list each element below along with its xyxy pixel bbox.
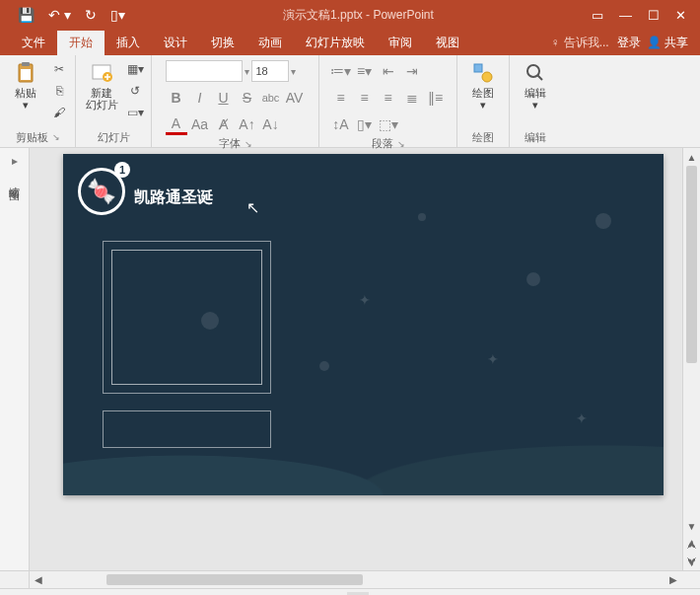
- scroll-up-icon[interactable]: ▲: [683, 148, 700, 166]
- save-icon[interactable]: 💾: [18, 7, 35, 23]
- ribbon-tabs: 文件 开始 插入 设计 切换 动画 幻灯片放映 审阅 视图 ♀告诉我... 登录…: [0, 30, 700, 55]
- underline-icon[interactable]: U: [213, 87, 235, 109]
- svg-rect-2: [21, 69, 31, 80]
- justify-icon[interactable]: ≣: [401, 87, 423, 109]
- shadow-icon[interactable]: abc: [260, 87, 282, 109]
- tab-insert[interactable]: 插入: [105, 31, 152, 55]
- cut-icon[interactable]: ✂: [49, 59, 69, 79]
- slide-title[interactable]: 凯路通圣诞: [134, 187, 213, 208]
- bulb-icon: ♀: [551, 36, 560, 49]
- start-from-beginning-icon[interactable]: ▯▾: [110, 7, 125, 23]
- change-case-icon[interactable]: Aa: [189, 113, 211, 135]
- thumbnails-label: 缩略图: [7, 178, 22, 184]
- slide-badge: 1: [114, 162, 130, 178]
- strike-icon[interactable]: S: [237, 87, 258, 109]
- tab-slideshow[interactable]: 幻灯片放映: [294, 31, 377, 55]
- maximize-icon[interactable]: ☐: [648, 8, 660, 23]
- group-paragraph: ≔▾ ≡▾ ⇤ ⇥ ≡ ≡ ≡ ≣ ‖≡ ↕A ▯▾ ⬚▾ 段落↘: [319, 55, 457, 147]
- indent-inc-icon[interactable]: ⇥: [401, 60, 423, 82]
- group-editing: 编辑▾ 编辑: [510, 55, 561, 147]
- bold-icon[interactable]: B: [166, 87, 187, 109]
- group-clipboard: 粘贴▾ ✂ ⎘ 🖌 剪贴板↘: [0, 55, 76, 147]
- scroll-left-icon[interactable]: ◀: [30, 571, 47, 588]
- share-button[interactable]: 👤 共享: [647, 35, 688, 51]
- text-direction-icon[interactable]: ↕A: [330, 113, 352, 135]
- drawing-button[interactable]: 绘图▾: [463, 59, 503, 112]
- paste-button[interactable]: 粘贴▾: [6, 59, 45, 112]
- paragraph-dialog-icon[interactable]: ↘: [397, 139, 405, 149]
- indent-dec-icon[interactable]: ⇤: [378, 60, 399, 82]
- close-icon[interactable]: ✕: [675, 8, 686, 23]
- italic-icon[interactable]: I: [189, 87, 211, 109]
- scroll-thumb[interactable]: [686, 166, 697, 363]
- ribbon: 粘贴▾ ✂ ⎘ 🖌 剪贴板↘ 新建 幻灯片 ▦▾ ↺ ▭▾ 幻灯片: [0, 55, 700, 148]
- tab-home[interactable]: 开始: [57, 31, 105, 55]
- scroll-down-icon[interactable]: ▼: [683, 517, 700, 535]
- redo-icon[interactable]: ↻: [85, 7, 97, 23]
- cursor-icon: ↖: [246, 198, 259, 217]
- tab-transitions[interactable]: 切换: [199, 31, 246, 55]
- expand-thumbnails-icon[interactable]: ▸: [12, 154, 18, 168]
- slide-canvas[interactable]: ✦ ✦ ✦ 🍬 1 凯路通圣诞 ↖: [63, 154, 664, 495]
- hscroll-thumb[interactable]: [106, 574, 363, 585]
- tell-me[interactable]: ♀告诉我...: [543, 31, 617, 55]
- title-bar: 💾 ↶ ▾ ↻ ▯▾ 演示文稿1.pptx - PowerPoint ▭ — ☐…: [0, 0, 700, 30]
- login-button[interactable]: 登录: [617, 35, 641, 51]
- text-placeholder[interactable]: [103, 410, 271, 448]
- font-name-input[interactable]: [166, 60, 243, 82]
- ribbon-options-icon[interactable]: ▭: [592, 8, 603, 23]
- work-area: ▸ 缩略图 ✦ ✦ ✦ 🍬 1 凯路通圣诞 ↖ ▲ ▼ ⮝ ⮟: [0, 148, 700, 570]
- numbering-icon[interactable]: ≡▾: [354, 60, 376, 82]
- clear-format-icon[interactable]: A̸: [213, 113, 235, 135]
- line-spacing-icon[interactable]: ‖≡: [425, 87, 447, 109]
- vertical-scrollbar[interactable]: ▲ ▼ ⮝ ⮟: [682, 148, 700, 570]
- window-title: 演示文稿1.pptx - PowerPoint: [125, 7, 592, 24]
- group-drawing: 绘图▾ 绘图: [457, 55, 510, 147]
- svg-rect-1: [22, 62, 30, 66]
- align-left-icon[interactable]: ≡: [330, 87, 352, 109]
- reset-icon[interactable]: ↺: [125, 81, 145, 101]
- section-icon[interactable]: ▭▾: [125, 103, 145, 122]
- align-text-icon[interactable]: ▯▾: [354, 113, 376, 135]
- content-placeholder[interactable]: [103, 241, 271, 394]
- clipboard-dialog-icon[interactable]: ↘: [52, 132, 60, 142]
- next-slide-icon[interactable]: ⮟: [683, 553, 700, 570]
- tab-design[interactable]: 设计: [152, 31, 199, 55]
- tab-file[interactable]: 文件: [10, 31, 57, 55]
- new-slide-button[interactable]: 新建 幻灯片: [82, 59, 121, 112]
- layout-icon[interactable]: ▦▾: [125, 59, 145, 79]
- tab-view[interactable]: 视图: [424, 31, 471, 55]
- svg-rect-5: [474, 64, 482, 72]
- copy-icon[interactable]: ⎘: [49, 81, 69, 101]
- horizontal-scrollbar[interactable]: ◀ ▶: [0, 570, 700, 588]
- scroll-right-icon[interactable]: ▶: [665, 571, 682, 588]
- font-color-icon[interactable]: A: [166, 113, 187, 135]
- smartart-icon[interactable]: ⬚▾: [378, 113, 399, 135]
- editing-button[interactable]: 编辑▾: [516, 59, 555, 112]
- font-size-input[interactable]: [251, 60, 289, 82]
- spacing-icon[interactable]: AV: [284, 87, 306, 109]
- prev-slide-icon[interactable]: ⮝: [683, 535, 700, 553]
- font-dialog-icon[interactable]: ↘: [245, 139, 252, 149]
- shrink-font-icon[interactable]: A↓: [260, 113, 282, 135]
- thumbnail-pane[interactable]: ▸ 缩略图: [0, 148, 30, 570]
- group-font: ▾ ▾ B I U S abc AV A Aa A̸ A↑ A↓ 字体↘: [152, 55, 319, 147]
- undo-icon[interactable]: ↶ ▾: [48, 7, 71, 23]
- bullets-icon[interactable]: ≔▾: [330, 60, 352, 82]
- minimize-icon[interactable]: —: [619, 8, 632, 23]
- grow-font-icon[interactable]: A↑: [237, 113, 258, 135]
- tab-animations[interactable]: 动画: [246, 31, 294, 55]
- svg-point-6: [482, 72, 492, 82]
- status-bar: 幻灯片 第 4 张，共 4 张 ≜ 备注 💬 批注 ▣ ⊞ ▭ ▯ − + 49…: [0, 588, 700, 595]
- format-painter-icon[interactable]: 🖌: [49, 103, 69, 122]
- align-right-icon[interactable]: ≡: [378, 87, 399, 109]
- slide-editor[interactable]: ✦ ✦ ✦ 🍬 1 凯路通圣诞 ↖: [30, 148, 682, 570]
- align-center-icon[interactable]: ≡: [354, 87, 376, 109]
- group-slides: 新建 幻灯片 ▦▾ ↺ ▭▾ 幻灯片: [76, 55, 152, 147]
- tab-review[interactable]: 审阅: [377, 31, 424, 55]
